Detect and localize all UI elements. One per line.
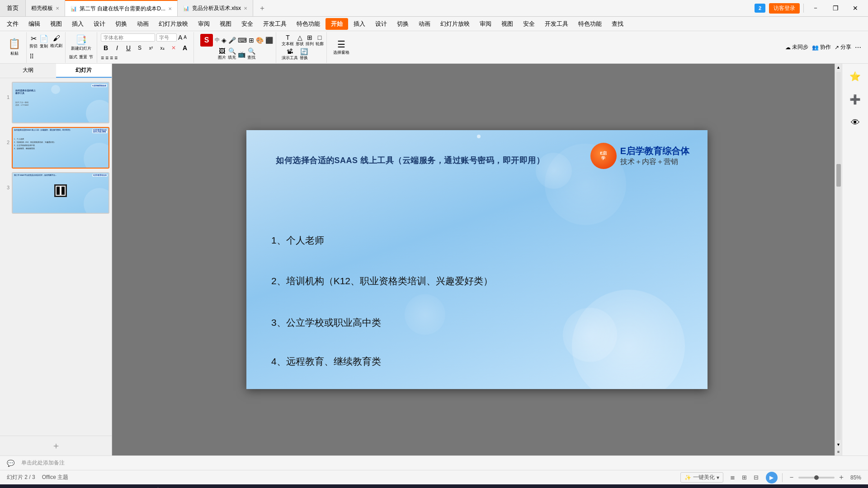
slide-thumb-3[interactable]: 3 E启学教育综合体 第三节 SAAS平台的竞品分析及话术，如何判断平台...: [2, 172, 109, 214]
tab-template[interactable]: 稻壳模板 ✕: [26, 0, 65, 16]
close-button[interactable]: ✕: [847, 0, 863, 17]
menu-view3[interactable]: 视图: [497, 18, 518, 30]
align-left-icon[interactable]: ≡: [101, 55, 104, 61]
view-grid-icon[interactable]: ⊞: [740, 473, 750, 483]
outline-tab[interactable]: 大纲: [0, 64, 56, 78]
menu-insert2[interactable]: 插入: [349, 18, 370, 30]
comment-icon: 💬: [7, 460, 14, 467]
menu-developer2[interactable]: 开发工具: [540, 18, 573, 30]
tab-template-close[interactable]: ✕: [56, 6, 59, 11]
menu-developer[interactable]: 开发工具: [259, 18, 291, 30]
menu-design2[interactable]: 设计: [371, 18, 392, 30]
format-brush-button[interactable]: 🖌 格式刷: [50, 34, 62, 49]
menu-transition[interactable]: 切换: [111, 18, 132, 30]
wand-icon: ✨: [684, 474, 691, 481]
copy-button[interactable]: 📄 复制: [39, 34, 48, 49]
align-right-icon[interactable]: ≡: [110, 55, 113, 61]
menu-view[interactable]: 视图: [46, 18, 66, 30]
share-button[interactable]: ↗ 分享: [835, 43, 851, 51]
minimize-button[interactable]: －: [807, 0, 824, 17]
font-size-input[interactable]: [156, 33, 177, 42]
scroll-down-button[interactable]: ▼: [835, 441, 842, 448]
beautify-button[interactable]: ✨ 一键美化 ▾: [680, 472, 723, 483]
search-menu[interactable]: 查找: [607, 18, 628, 30]
subscript-button[interactable]: x₂: [157, 43, 167, 53]
strikethrough-button[interactable]: S: [135, 43, 145, 53]
menu-review[interactable]: 审阅: [193, 18, 214, 30]
more-options-button[interactable]: ⋯: [855, 44, 861, 51]
scroll-adjust-bottom[interactable]: ≡: [835, 448, 842, 455]
shape-button[interactable]: △ 形状: [296, 34, 304, 47]
font-color-button[interactable]: A: [180, 43, 190, 53]
italic-button[interactable]: I: [112, 43, 122, 53]
share-icon: ↗: [835, 44, 839, 51]
paste-button[interactable]: 📋 粘贴: [6, 37, 23, 57]
tab-presentation[interactable]: 📊 第二节 自建在线平台需要的成本D... ✕: [65, 0, 178, 16]
menu-slideshow2[interactable]: 幻灯片放映: [436, 18, 474, 30]
font-increase-icon[interactable]: A: [178, 34, 182, 41]
menu-special2[interactable]: 特色功能: [574, 18, 606, 30]
new-slide-button[interactable]: 📑 新建幻灯片: [71, 34, 91, 52]
screen-tool[interactable]: 📺: [238, 51, 245, 58]
underline-button[interactable]: U: [123, 43, 133, 53]
replace-button[interactable]: 🔄 替换: [300, 48, 308, 61]
new-tab-button[interactable]: ＋: [253, 0, 271, 16]
reset-button[interactable]: 重置: [79, 54, 87, 60]
search-tool[interactable]: 🔍 查找: [247, 47, 255, 61]
play-button[interactable]: ▶: [766, 472, 778, 483]
menu-security2[interactable]: 安全: [519, 18, 539, 30]
sync-button[interactable]: ☁ 未同步: [785, 43, 808, 51]
slide-header: 如何选择合适的SAAS 线上工具（云端服务，通过账号密码，即开即用）: [276, 155, 544, 166]
arrange-button[interactable]: ⊞ 排列: [306, 34, 314, 47]
menu-animation[interactable]: 动画: [132, 18, 153, 30]
selection-pane-button[interactable]: ☰ 选择窗格: [333, 39, 349, 56]
cut-button[interactable]: ✂ 剪切: [29, 34, 38, 49]
menu-security[interactable]: 安全: [237, 18, 258, 30]
view-split-icon[interactable]: ⊟: [751, 473, 761, 483]
fill-tool[interactable]: 🔍 填充: [228, 47, 236, 61]
slide-thumb-1[interactable]: 1 E启学教育综合体 如何选择合适的线上教学工具 技术 六元一新锐 讲师: [2, 82, 109, 123]
menu-transition2[interactable]: 切换: [392, 18, 413, 30]
menu-design[interactable]: 设计: [89, 18, 110, 30]
menu-view2[interactable]: 视图: [215, 18, 236, 30]
menu-slideshow[interactable]: 幻灯片放映: [154, 18, 193, 30]
restore-button[interactable]: ❐: [827, 0, 844, 17]
slide-thumb-2[interactable]: 2 E启学教育综合体技术+内容+营销 如何选择合适的SAAS 线上工具（云端服务…: [2, 127, 109, 169]
font-decrease-icon[interactable]: A: [184, 35, 187, 40]
notes-placeholder[interactable]: 单击此处添加备注: [21, 459, 65, 467]
tab-excel-close[interactable]: ✕: [244, 6, 247, 11]
home-tab[interactable]: 首页: [0, 0, 26, 16]
picture-tool[interactable]: 🖼 图片: [218, 47, 226, 61]
menu-review2[interactable]: 审阅: [475, 18, 496, 30]
zoom-in-button[interactable]: ＋: [837, 472, 846, 483]
menu-file[interactable]: 文件: [2, 18, 23, 30]
view-normal-icon[interactable]: ≣: [728, 473, 738, 483]
menu-special[interactable]: 特色功能: [292, 18, 325, 30]
right-panel-view-icon[interactable]: 👁: [847, 114, 863, 131]
tab-presentation-close[interactable]: ✕: [168, 6, 172, 11]
right-panel-add-icon[interactable]: ➕: [847, 91, 863, 108]
scroll-up-button[interactable]: ▲: [835, 64, 842, 71]
visit-login-button[interactable]: 访客登录: [769, 3, 800, 14]
menu-animation2[interactable]: 动画: [414, 18, 435, 30]
tab-excel[interactable]: 📊 竞品分析及话术.xlsx ✕: [178, 0, 253, 16]
font-name-input[interactable]: [101, 33, 155, 42]
layout-button[interactable]: 版式: [69, 54, 77, 60]
right-panel-star-icon[interactable]: ⭐: [847, 68, 863, 84]
present-tool-button[interactable]: 📽 演示工具: [282, 48, 298, 61]
justify-icon[interactable]: ≡: [114, 55, 118, 61]
clear-format-button[interactable]: ✕: [169, 43, 179, 53]
align-center-icon[interactable]: ≡: [105, 55, 108, 61]
border-button[interactable]: □ 轮廓: [316, 34, 324, 47]
menu-insert[interactable]: 插入: [67, 18, 88, 30]
collab-button[interactable]: 👥 协作: [812, 43, 831, 51]
menu-edit[interactable]: 编辑: [24, 18, 45, 30]
tab-excel-label: 竞品分析及话术.xlsx: [192, 5, 241, 12]
section-button[interactable]: 节: [89, 54, 93, 60]
superscript-button[interactable]: x²: [146, 43, 156, 53]
bold-button[interactable]: B: [101, 43, 111, 53]
zoom-out-button[interactable]: －: [787, 472, 796, 483]
slides-tab[interactable]: 幻灯片: [56, 64, 112, 78]
textbox-button[interactable]: T 文本框: [282, 34, 294, 47]
add-slide-button[interactable]: ＋: [0, 436, 112, 455]
